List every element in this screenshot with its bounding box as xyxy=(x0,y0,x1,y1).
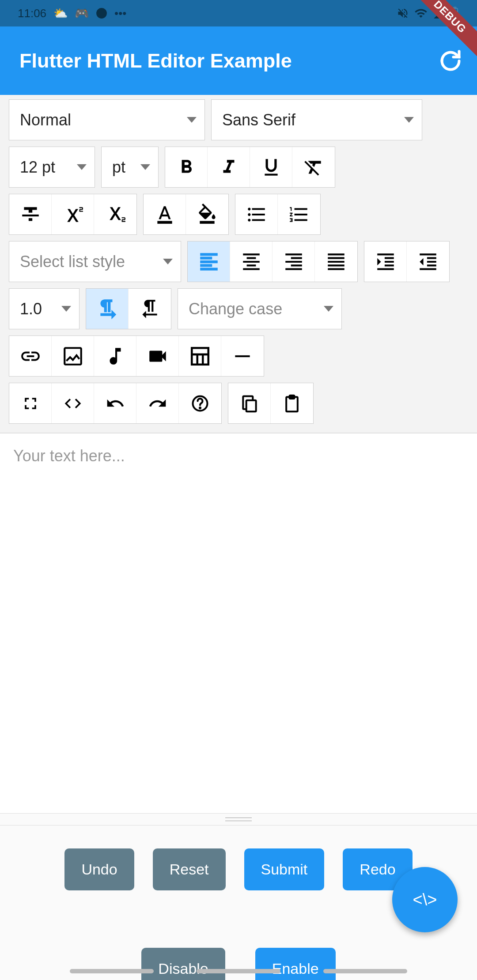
font-family-value: Sans Serif xyxy=(222,111,295,129)
chevron-down-icon xyxy=(404,117,414,123)
link-button[interactable] xyxy=(9,336,52,376)
indent-decrease-button[interactable] xyxy=(407,241,449,282)
svg-point-0 xyxy=(96,8,107,19)
chevron-down-icon xyxy=(187,117,197,123)
ltr-button[interactable] xyxy=(86,289,129,329)
highlight-color-button[interactable] xyxy=(186,194,228,234)
svg-point-12 xyxy=(200,407,201,408)
hr-button[interactable] xyxy=(221,336,264,376)
svg-rect-5 xyxy=(64,348,81,365)
editor-toolbar: Normal Sans Serif 12 pt pt xyxy=(0,95,477,433)
copy-button[interactable] xyxy=(228,383,271,423)
bold-button[interactable] xyxy=(165,147,208,187)
align-center-button[interactable] xyxy=(230,241,273,282)
indent-increase-button[interactable] xyxy=(364,241,407,282)
rtl-button[interactable] xyxy=(129,289,171,329)
numbered-list-button[interactable] xyxy=(278,194,320,234)
font-unit-dropdown[interactable]: pt xyxy=(101,147,159,188)
list-style-dropdown[interactable]: Select list style xyxy=(9,241,181,282)
video-button[interactable] xyxy=(136,336,179,376)
underline-button[interactable] xyxy=(250,147,292,187)
nav-back[interactable] xyxy=(323,969,407,973)
list-group xyxy=(235,194,321,235)
misc-group xyxy=(9,383,222,424)
editor-area[interactable]: Your text here... xyxy=(0,433,477,813)
help-button[interactable] xyxy=(179,383,221,423)
submit-action-button[interactable]: Submit xyxy=(244,848,325,890)
change-case-placeholder: Change case xyxy=(189,300,282,318)
image-button[interactable] xyxy=(52,336,94,376)
paste-button[interactable] xyxy=(271,383,313,423)
audio-button[interactable] xyxy=(94,336,136,376)
resize-handle[interactable] xyxy=(0,813,477,825)
svg-rect-10 xyxy=(235,355,250,357)
subscript-button[interactable] xyxy=(94,194,136,234)
font-size-value: 12 pt xyxy=(20,158,55,177)
indent-group xyxy=(364,241,450,282)
table-button[interactable] xyxy=(179,336,221,376)
status-bar: 11:06 ⛅ 🎮 ••• xyxy=(0,0,477,26)
superscript-button[interactable] xyxy=(52,194,94,234)
reset-action-button[interactable]: Reset xyxy=(153,848,226,890)
text-style-group xyxy=(165,147,335,188)
text-color-button[interactable] xyxy=(144,194,186,234)
bullet-list-button[interactable] xyxy=(235,194,278,234)
svg-rect-6 xyxy=(192,348,208,365)
chevron-down-icon xyxy=(140,164,150,170)
svg-rect-15 xyxy=(290,395,295,398)
xbox-icon xyxy=(96,8,107,19)
system-nav-bar xyxy=(0,962,477,980)
direction-group xyxy=(86,288,171,329)
code-view-button[interactable] xyxy=(52,383,94,423)
svg-rect-13 xyxy=(246,400,256,411)
strikethrough-button[interactable] xyxy=(9,194,52,234)
align-left-button[interactable] xyxy=(188,241,230,282)
chevron-down-icon xyxy=(61,306,71,312)
redo-button[interactable] xyxy=(136,383,179,423)
paragraph-format-dropdown[interactable]: Normal xyxy=(9,99,205,140)
undo-action-button[interactable]: Undo xyxy=(64,848,134,890)
clear-format-button[interactable] xyxy=(292,147,335,187)
more-icon: ••• xyxy=(114,7,126,20)
weather-icon: ⛅ xyxy=(53,7,68,20)
change-case-dropdown[interactable]: Change case xyxy=(178,288,342,329)
font-size-dropdown[interactable]: 12 pt xyxy=(9,147,95,188)
controller-icon: 🎮 xyxy=(75,7,89,20)
svg-rect-3 xyxy=(157,221,172,223)
line-height-dropdown[interactable]: 1.0 xyxy=(9,288,80,329)
app-bar: Flutter HTML Editor Example xyxy=(0,26,477,95)
refresh-button[interactable] xyxy=(437,48,464,74)
status-time: 11:06 xyxy=(18,7,46,20)
nav-recent[interactable] xyxy=(70,969,154,973)
line-height-value: 1.0 xyxy=(20,300,42,318)
chevron-down-icon xyxy=(324,306,333,312)
italic-button[interactable] xyxy=(208,147,250,187)
fab-button[interactable]: <\> xyxy=(392,867,458,932)
align-group xyxy=(187,241,358,282)
paragraph-format-value: Normal xyxy=(20,111,71,129)
nav-home[interactable] xyxy=(197,969,280,973)
insert-group xyxy=(9,335,264,377)
mute-icon xyxy=(397,7,409,19)
chevron-down-icon xyxy=(77,164,87,170)
font-unit-value: pt xyxy=(112,158,125,177)
app-title: Flutter HTML Editor Example xyxy=(19,49,292,72)
wifi-icon xyxy=(414,7,428,20)
code-icon: <\> xyxy=(413,890,437,909)
svg-rect-4 xyxy=(200,221,214,223)
chevron-down-icon xyxy=(163,259,173,264)
editor-placeholder: Your text here... xyxy=(13,447,125,465)
text-format-group xyxy=(9,194,137,235)
font-family-dropdown[interactable]: Sans Serif xyxy=(211,99,422,140)
align-right-button[interactable] xyxy=(273,241,315,282)
color-group xyxy=(143,194,229,235)
list-style-placeholder: Select list style xyxy=(20,253,125,271)
fullscreen-button[interactable] xyxy=(9,383,52,423)
align-justify-button[interactable] xyxy=(315,241,357,282)
clipboard-group xyxy=(228,383,314,424)
undo-button[interactable] xyxy=(94,383,136,423)
